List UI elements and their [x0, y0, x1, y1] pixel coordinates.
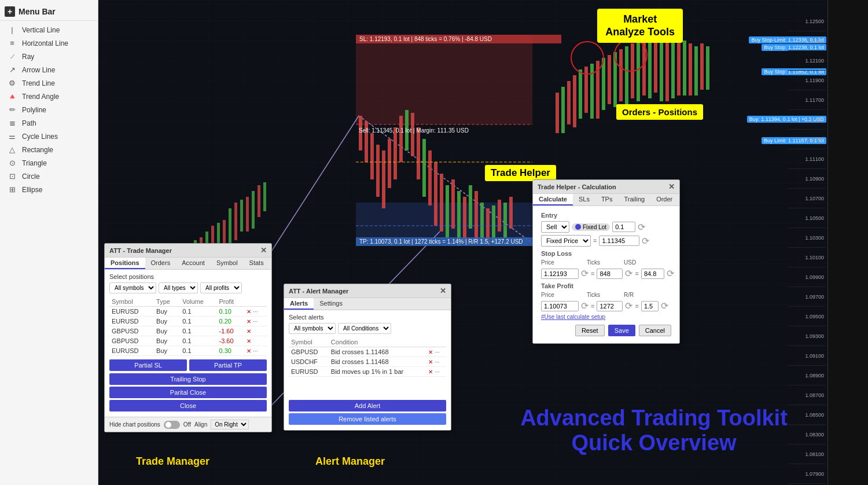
filter-symbols[interactable]: All symbols [109, 282, 156, 293]
tab-symbol[interactable]: Symbol [211, 258, 244, 269]
eq-sign-1: = [593, 237, 597, 244]
tab-positions[interactable]: Positions [105, 258, 145, 269]
parital-close-button[interactable]: Parital Close [109, 387, 267, 398]
close-row-1[interactable]: ✕ [247, 318, 251, 325]
tool-rectangle[interactable]: △ Rectangle [0, 143, 98, 156]
close-button[interactable]: Close [109, 400, 267, 411]
tp-ticks-input[interactable] [597, 301, 623, 311]
remove-alerts-button[interactable]: Remove listed alerts [289, 413, 446, 425]
tp-price-input[interactable] [541, 301, 579, 311]
stop-loss-values: ⟳ = ⟳ = ⟳ [536, 267, 676, 280]
tp-rr-header: R/R [624, 292, 634, 298]
tool-cycle-lines[interactable]: ⚌ Cycle Lines [0, 130, 98, 143]
col-symbol: Symbol [109, 297, 154, 307]
tab-order[interactable]: Order [650, 194, 678, 205]
cancel-button[interactable]: Cancel [639, 325, 671, 336]
save-button[interactable]: Save [608, 325, 635, 336]
close-alert-2[interactable]: ✕ [428, 369, 433, 375]
select-positions-label: Select positions [109, 273, 267, 280]
tab-account[interactable]: Account [176, 258, 211, 269]
lot-input[interactable] [612, 222, 635, 232]
stop-loss-label: Stop Loss [536, 248, 676, 258]
trade-manager-titlebar: ATT - Trade Manager ✕ [105, 244, 271, 258]
tool-trend-line[interactable]: ⚙ Trend Line [0, 76, 98, 90]
dots-alert-1[interactable]: ··· [435, 359, 439, 365]
lot-spinner[interactable]: ⟳ [638, 222, 645, 233]
svg-rect-40 [388, 139, 391, 188]
alert-filter-symbols[interactable]: All symbols [289, 323, 336, 334]
tp-rr-spinner[interactable]: ⟳ [661, 300, 668, 311]
tab-calculate[interactable]: Calculate [533, 194, 573, 205]
alert-filter-conditions[interactable]: All Conditions [338, 323, 391, 334]
tool-ellipse[interactable]: ⊞ Ellipse [0, 183, 98, 196]
sl-usd-spinner[interactable]: ⟳ [667, 268, 674, 279]
last-setup-link[interactable]: #Use last calculate setup [536, 313, 676, 321]
trade-manager-close[interactable]: ✕ [260, 246, 267, 255]
fixed-lot-toggle[interactable]: Fixed Lot [572, 223, 610, 231]
tool-ray[interactable]: ⟋ Ray [0, 50, 98, 63]
align-select[interactable]: On Right [211, 420, 249, 429]
tp-ticks-spinner[interactable]: ⟳ [625, 300, 632, 311]
tool-path[interactable]: ≣ Path [0, 116, 98, 130]
filter-profits[interactable]: All profits [200, 282, 242, 293]
tool-circle[interactable]: ⊡ Circle [0, 170, 98, 183]
alert-manager-close[interactable]: ✕ [440, 286, 446, 295]
rectangle-icon: △ [6, 145, 19, 154]
dots-row-0[interactable]: ··· [253, 308, 258, 315]
price-type-select[interactable]: Fixed Price [541, 235, 591, 247]
price-spinner[interactable]: ⟳ [642, 236, 649, 247]
alert-manager-title: ATT - Alert Manager [289, 288, 348, 295]
tp-spinner[interactable]: ⟳ [581, 300, 589, 311]
tool-trend-angle[interactable]: 🔺 Trend Angle [0, 90, 98, 103]
svg-rect-68 [590, 64, 594, 119]
partial-sl-button[interactable]: Partial SL [109, 359, 187, 371]
tab-stats[interactable]: Stats [244, 258, 270, 269]
hide-toggle[interactable] [164, 421, 180, 429]
tab-orders[interactable]: Orders [145, 258, 176, 269]
sl-spinner[interactable]: ⟳ [581, 268, 589, 279]
tab-alerts[interactable]: Alerts [284, 298, 314, 310]
close-alert-1[interactable]: ✕ [428, 359, 433, 365]
tool-polyline[interactable]: ✏ Polyline [0, 103, 98, 116]
orders-positions-label: Orders - Positions [616, 104, 703, 120]
partial-tp-button[interactable]: Partial TP [189, 359, 267, 371]
tab-tps[interactable]: TPs [595, 194, 619, 205]
close-row-4[interactable]: ✕ [247, 348, 251, 354]
close-row-0[interactable]: ✕ [247, 308, 251, 315]
plus-icon[interactable]: + [5, 6, 15, 17]
reset-button[interactable]: Reset [575, 325, 605, 336]
dots-row-4[interactable]: ··· [253, 348, 258, 354]
trade-helper-title: Trade Helper - Calculation [538, 183, 616, 190]
dots-alert-2[interactable]: ··· [435, 369, 439, 375]
svg-rect-53 [463, 197, 466, 243]
dots-row-1[interactable]: ··· [253, 318, 258, 325]
tool-horizontal-line[interactable]: ≡ Horizontal Line [0, 36, 98, 50]
close-alert-0[interactable]: ✕ [428, 349, 433, 355]
tab-trailing[interactable]: Trailing [618, 194, 650, 205]
tool-vertical-line[interactable]: | Vertical Line [0, 23, 98, 36]
tool-triangle[interactable]: ⊙ Triangle [0, 156, 98, 170]
entry-side-select[interactable]: Sell [541, 221, 569, 233]
svg-rect-47 [428, 150, 432, 205]
sl-usd-input[interactable] [641, 269, 664, 279]
add-alert-button[interactable]: Add Alert [289, 400, 446, 411]
trade-manager-tabs: Positions Orders Account Symbol Stats [105, 258, 271, 270]
close-row-3[interactable]: ✕ [247, 338, 251, 344]
sl-price-input[interactable] [541, 269, 579, 279]
trade-helper-close[interactable]: ✕ [668, 182, 675, 191]
tab-sls[interactable]: SLs [573, 194, 595, 205]
trailing-stop-button[interactable]: Trailing Stop [109, 373, 267, 385]
col-alert-symbol: Symbol [289, 337, 329, 347]
svg-rect-60 [503, 203, 507, 237]
tab-settings[interactable]: Settings [314, 298, 348, 310]
sl-ticks-spinner[interactable]: ⟳ [625, 268, 632, 279]
tool-arrow-line[interactable]: ↗ Arrow Line [0, 63, 98, 76]
svg-rect-44 [411, 113, 414, 156]
entry-row: Sell Fixed Lot ⟳ [536, 220, 676, 234]
close-row-2[interactable]: ✕ [247, 328, 251, 335]
fixed-price-input[interactable] [599, 236, 639, 246]
tp-rr-input[interactable] [641, 301, 659, 311]
dots-alert-0[interactable]: ··· [435, 349, 439, 355]
filter-types[interactable]: All types [159, 282, 198, 293]
sl-ticks-input[interactable] [597, 269, 623, 279]
